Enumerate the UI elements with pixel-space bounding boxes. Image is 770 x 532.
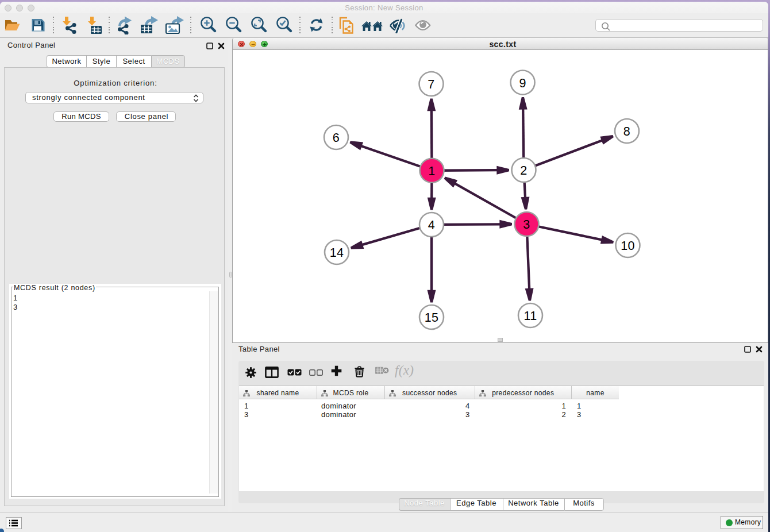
svg-text:15: 15: [425, 311, 439, 325]
svg-text:4: 4: [428, 218, 435, 232]
svg-text:2: 2: [520, 164, 527, 178]
svg-text:14: 14: [330, 246, 344, 260]
svg-text:3: 3: [523, 218, 530, 232]
svg-text:10: 10: [621, 239, 635, 253]
svg-text:9: 9: [519, 76, 526, 90]
svg-text:8: 8: [623, 125, 630, 138]
svg-text:6: 6: [333, 131, 340, 145]
svg-text:1: 1: [428, 164, 435, 178]
svg-text:11: 11: [523, 309, 537, 323]
svg-text:7: 7: [428, 78, 434, 91]
